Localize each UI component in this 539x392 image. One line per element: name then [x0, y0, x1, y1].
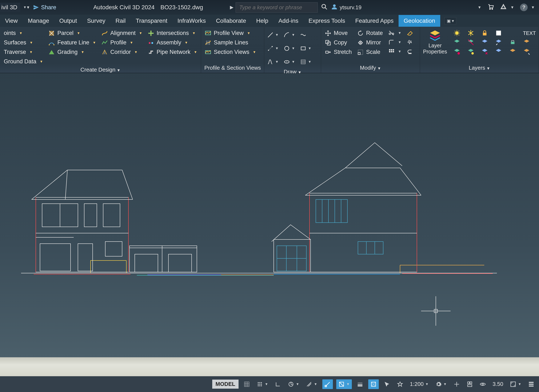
line-tool[interactable]: ▼ [267, 32, 279, 38]
panel-modify-title[interactable]: Modify▼ [324, 63, 417, 72]
explode-button[interactable] [406, 39, 414, 46]
tab-survey[interactable]: Survey [82, 15, 110, 27]
parcel-button[interactable]: Parcel▼ [48, 29, 97, 37]
layer-off-icon[interactable] [453, 48, 461, 55]
reverse-curve-tool[interactable] [300, 32, 311, 38]
tab-addins[interactable]: Add-ins [273, 15, 303, 27]
transparency-toggle[interactable] [368, 379, 379, 389]
polar-tracking-toggle[interactable]: ▼ [286, 380, 301, 388]
ellipse-tool[interactable]: ▼ [284, 59, 295, 65]
trim-button[interactable]: ▼ [387, 29, 402, 37]
drawing-canvas[interactable] [0, 73, 539, 357]
points-button[interactable]: oints▼ [3, 29, 44, 37]
snap-mode-toggle[interactable]: ▼ [255, 380, 270, 388]
search-icon[interactable] [321, 4, 327, 11]
layer-make-icon[interactable] [523, 48, 530, 55]
layer-on-icon[interactable] [453, 29, 461, 37]
tab-view[interactable]: View [0, 15, 23, 27]
search-input[interactable] [236, 2, 318, 13]
layer-color-icon[interactable] [495, 29, 502, 37]
layer-merge-icon[interactable] [509, 39, 516, 46]
layer-properties-button[interactable]: Layer Properties [423, 29, 447, 55]
stretch-button[interactable]: Stretch [324, 48, 353, 56]
erase-button[interactable] [406, 29, 414, 37]
layer-uniso-icon[interactable] [467, 39, 474, 46]
osnap3d-toggle[interactable]: ▼ [336, 379, 352, 389]
circle-tool[interactable]: ▼ [284, 45, 295, 52]
copy-button[interactable]: Copy [324, 39, 353, 46]
tabs-overflow-button[interactable]: ▣ ▾ [444, 17, 457, 24]
autodesk-dropdown-icon[interactable]: ▼ [510, 5, 514, 10]
bestfit-tool[interactable]: ▼ [267, 59, 279, 65]
alignment-button[interactable]: Alignment▼ [101, 29, 143, 37]
arc-tool[interactable]: ▼ [284, 32, 295, 38]
user-dropdown-icon[interactable]: ▼ [478, 5, 481, 10]
tab-express-tools[interactable]: Express Tools [303, 15, 350, 27]
cart-icon[interactable] [487, 3, 494, 12]
panel-layers-title[interactable]: Layers▼ [423, 63, 536, 72]
lineweight-value[interactable]: 3.50 [491, 380, 505, 388]
mirror-button[interactable]: Mirror [356, 39, 384, 46]
tab-infraworks[interactable]: InfraWorks [173, 15, 211, 27]
customize-icon[interactable] [526, 380, 536, 388]
hatch-tool[interactable]: ▼ [300, 59, 311, 65]
move-button[interactable]: Move [324, 29, 353, 37]
sample-lines-button[interactable]: Sample Lines [204, 39, 257, 46]
layer-thaw-icon[interactable] [467, 48, 474, 55]
osnap-toggle[interactable] [322, 379, 333, 389]
workspace-dropdown-icon[interactable]: ▼ [23, 5, 27, 9]
profile-view-button[interactable]: Profile View▼ [204, 29, 257, 37]
isodraft-toggle[interactable]: ▼ [304, 380, 319, 388]
autodesk-logo-icon[interactable] [500, 3, 507, 12]
ground-data-button[interactable]: Ground Data▼ [3, 58, 44, 65]
layer-lock-icon[interactable] [481, 29, 488, 37]
layer-match-icon[interactable] [523, 39, 530, 46]
intersections-button[interactable]: Intersections▼ [147, 29, 198, 37]
layer-freeze-icon[interactable] [467, 29, 474, 37]
pipe-network-button[interactable]: Pipe Network▼ [147, 48, 198, 56]
annotation-scale[interactable]: 1:200▼ [408, 380, 430, 388]
tab-collaborate[interactable]: Collaborate [211, 15, 251, 27]
clean-screen-icon[interactable]: ▼ [508, 380, 523, 388]
help-dropdown-icon[interactable]: ▼ [531, 5, 535, 10]
text-label[interactable]: TEXT [523, 29, 536, 37]
annotation-toggle[interactable] [395, 380, 405, 388]
lineweight-toggle[interactable] [355, 380, 365, 388]
tab-rail[interactable]: Rail [111, 15, 131, 27]
surfaces-button[interactable]: Surfaces▼ [3, 39, 44, 46]
tab-manage[interactable]: Manage [23, 15, 54, 27]
nurbs-tool[interactable]: ▼ [267, 45, 279, 52]
scale-button[interactable]: Scale [356, 48, 384, 56]
annotation-monitor-icon[interactable] [452, 380, 462, 388]
layer-prev-icon[interactable] [495, 39, 502, 46]
rotate-button[interactable]: Rotate [356, 29, 384, 37]
corridor-button[interactable]: Corridor▼ [101, 48, 143, 56]
selection-cycling-toggle[interactable] [382, 380, 392, 388]
feature-line-button[interactable]: Feature Line▼ [48, 39, 97, 46]
traverse-button[interactable]: Traverse▼ [3, 48, 44, 56]
isolate-objects-icon[interactable] [478, 380, 488, 388]
tab-geolocation[interactable]: Geolocation [399, 15, 440, 27]
user-menu[interactable]: ytsurv.19 [331, 4, 361, 11]
tab-help[interactable]: Help [251, 15, 274, 27]
help-icon[interactable]: ? [520, 4, 528, 11]
array-button[interactable]: ▼ [387, 48, 402, 55]
tab-transparent[interactable]: Transparent [131, 15, 173, 27]
workspace-switcher[interactable]: ivil 3D [0, 3, 20, 12]
text-style-icon[interactable] [509, 29, 516, 37]
layer-iso-icon[interactable] [453, 39, 461, 46]
model-space-button[interactable]: MODEL [212, 380, 239, 389]
layer-copy-icon[interactable] [495, 48, 502, 55]
profile-button[interactable]: Profile▼ [101, 39, 143, 46]
grading-button[interactable]: Grading▼ [48, 48, 97, 56]
layer-mprop-icon[interactable] [509, 48, 516, 55]
share-button[interactable]: Share [31, 3, 58, 12]
layer-walk-icon[interactable] [481, 39, 488, 46]
tab-output[interactable]: Output [54, 15, 82, 27]
layer-del-icon[interactable] [481, 48, 488, 55]
quick-properties-icon[interactable] [465, 380, 475, 388]
section-views-button[interactable]: Section Views▼ [204, 48, 257, 56]
subset-button[interactable] [406, 48, 414, 55]
rectangle-tool[interactable]: ▼ [300, 45, 311, 52]
assembly-button[interactable]: Assembly▼ [147, 39, 198, 46]
